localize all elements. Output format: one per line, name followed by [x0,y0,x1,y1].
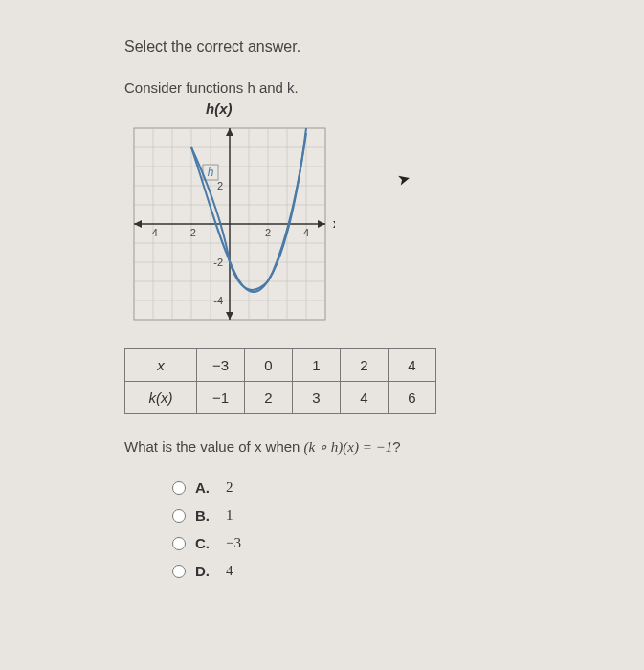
ytick-neg2: -2 [213,257,223,268]
question-prefix: What is the value of x when [124,438,304,455]
ytick-2: 2 [217,180,223,191]
question-formula: (k ∘ h)(x) = −1 [304,439,393,455]
table-cell: −3 [197,349,245,382]
xtick-4: 4 [303,227,309,238]
table-kx-label: k(x) [125,382,197,414]
option-d-value: 4 [226,563,233,579]
ytick-neg4: -4 [213,295,223,306]
option-d-label: D. [195,563,214,579]
option-a-label: A. [195,480,214,496]
option-d[interactable]: D. 4 [172,563,606,579]
radio-d[interactable] [172,565,186,578]
option-b-label: B. [195,507,214,524]
xtick-neg2: -2 [187,227,196,238]
graph-svg: -4 -2 2 4 2 -2 -4 x h [124,119,335,329]
instruction-text: Select the correct answer. [124,38,606,56]
table-row: x −3 0 1 2 4 [125,349,436,382]
table-cell: 6 [389,382,436,414]
table-cell: 3 [293,382,341,414]
option-a-value: 2 [226,480,233,496]
table-cell: 2 [245,382,293,414]
curve-label: h [208,166,214,179]
question-text: What is the value of x when (k ∘ h)(x) =… [124,438,606,456]
context-text: Consider functions h and k. [124,79,606,96]
option-b[interactable]: B. 1 [172,507,606,524]
graph-title: h(x) [206,100,606,117]
xtick-2: 2 [265,227,271,238]
table-cell: 0 [245,349,293,382]
graph-container: -4 -2 2 4 2 -2 -4 x h [124,119,335,329]
option-c-value: −3 [226,535,241,551]
radio-c[interactable] [172,537,186,550]
option-b-value: 1 [226,507,233,524]
option-c-label: C. [195,535,214,551]
table-container: x −3 0 1 2 4 k(x) −1 2 3 4 6 [124,348,606,414]
xtick-neg4: -4 [148,227,158,238]
table-cell: 2 [341,349,389,382]
table-cell: 4 [341,382,389,414]
radio-a[interactable] [172,481,186,495]
x-axis-label: x [333,217,335,231]
question-suffix: ? [392,438,400,455]
table-row: k(x) −1 2 3 4 6 [125,382,436,414]
radio-b[interactable] [172,509,186,523]
table-cell: −1 [197,382,245,414]
table-cell: 1 [293,349,341,382]
table-cell: 4 [389,349,436,382]
function-table: x −3 0 1 2 4 k(x) −1 2 3 4 6 [124,348,436,414]
cursor-icon: ➤ [395,169,411,190]
options-group: A. 2 B. 1 C. −3 D. 4 [172,480,606,579]
table-x-label: x [125,349,197,382]
option-a[interactable]: A. 2 [172,480,606,496]
option-c[interactable]: C. −3 [172,535,606,551]
